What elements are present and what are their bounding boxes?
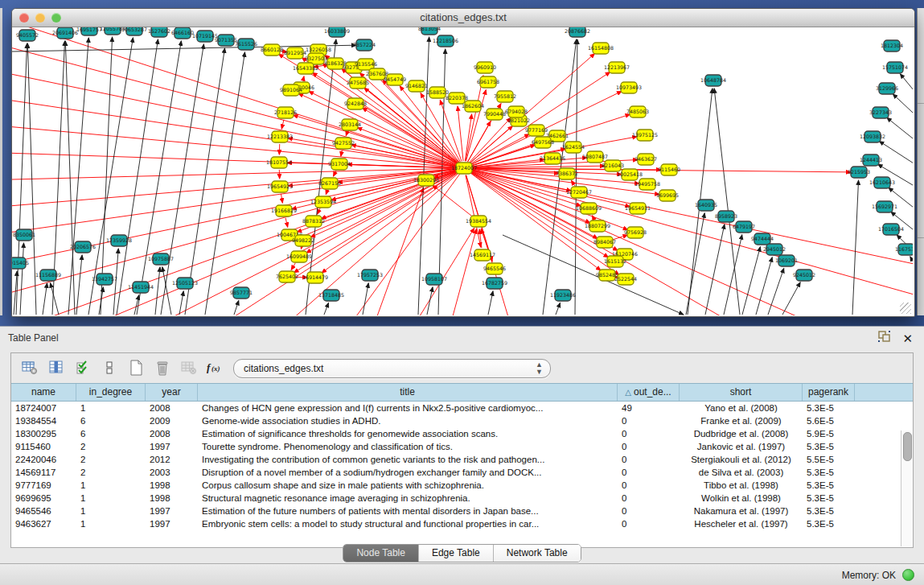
table-cell[interactable]: 1 <box>76 492 146 505</box>
graph-node[interactable]: 8216043 <box>602 160 624 171</box>
citation-edge-black[interactable] <box>503 235 684 315</box>
table-cell[interactable]: 0 <box>618 414 680 427</box>
row-height-icon[interactable] <box>99 359 120 377</box>
graph-node[interactable]: 8813054 <box>418 27 441 35</box>
citation-edge-black[interactable] <box>742 247 760 315</box>
citation-edge-black[interactable] <box>51 283 59 315</box>
table-cell[interactable]: Franke et al. (2009) <box>680 414 803 427</box>
graph-node[interactable]: 17957253 <box>357 270 383 281</box>
graph-node[interactable]: 2718126 <box>274 107 297 118</box>
citation-edge-black[interactable] <box>887 117 913 148</box>
table-cell[interactable]: Wolkin et al. (1998) <box>680 492 803 505</box>
resize-grip[interactable] <box>900 303 911 314</box>
table-cell[interactable]: 2 <box>76 440 146 453</box>
network-canvas[interactable]: 9405572206914061695175712055784106532871… <box>12 27 913 315</box>
table-cell[interactable]: 0 <box>618 505 680 517</box>
citation-edge-black[interactable] <box>705 225 725 315</box>
graph-node[interactable]: 3129966 <box>876 83 898 94</box>
tab-edge-table[interactable]: Edge Table <box>419 545 494 562</box>
table-cell[interactable]: 9115460 <box>11 440 76 453</box>
table-cell[interactable]: 5.9E-5 <box>803 427 855 440</box>
graph-node[interactable]: 17359928 <box>106 235 132 246</box>
table-cell[interactable]: 0 <box>618 440 680 453</box>
graph-node[interactable]: 16914479 <box>302 272 328 283</box>
graph-node[interactable]: 7990448 <box>483 109 506 120</box>
table-row[interactable]: 946554611997Estimation of the future num… <box>11 505 913 517</box>
table-cell[interactable]: 18300295 <box>11 427 76 440</box>
graph-node[interactable]: 18807299 <box>585 220 610 232</box>
table-cell[interactable]: 1997 <box>146 440 198 453</box>
delete-table-icon[interactable] <box>179 359 199 377</box>
graph-node[interactable]: 17016504 <box>878 224 904 235</box>
graph-node[interactable]: 2945012 <box>763 244 786 255</box>
graph-node[interactable]: 1615132 <box>604 256 626 267</box>
table-settings-icon[interactable] <box>19 359 40 377</box>
table-cell[interactable]: 0 <box>618 492 680 505</box>
citation-edge-black[interactable] <box>43 283 47 315</box>
table-cell[interactable]: 0 <box>618 453 680 466</box>
table-cell[interactable]: 2003 <box>146 466 198 479</box>
graph-node[interactable]: 11923486 <box>550 290 576 301</box>
table-cell[interactable]: 6 <box>76 414 146 427</box>
citation-edge-red[interactable] <box>291 263 295 270</box>
graph-node[interactable]: 6479197 <box>733 221 755 233</box>
table-row[interactable]: 969969511998Structural magnetic resonanc… <box>11 492 913 505</box>
graph-node[interactable]: 12218506 <box>433 35 458 47</box>
citation-edge-black[interactable] <box>185 48 225 315</box>
graph-node[interactable]: 1167533 <box>895 244 913 255</box>
citation-edge-black[interactable] <box>900 74 913 104</box>
graph-node[interactable]: 15692971 <box>872 201 897 212</box>
table-cell[interactable]: 1998 <box>146 492 198 505</box>
graph-node[interactable]: 8984067 <box>593 237 616 248</box>
citation-edge-black[interactable] <box>782 282 800 315</box>
graph-node[interactable]: 1244413 <box>860 154 882 166</box>
citation-edge-red[interactable] <box>351 145 457 167</box>
citation-edge-black[interactable] <box>234 300 239 315</box>
graph-node[interactable]: 19384554 <box>466 216 491 227</box>
table-cell[interactable]: 2008 <box>146 402 198 414</box>
citation-edge-black[interactable] <box>161 44 203 315</box>
table-row[interactable]: 1872400712008Changes of HCN gene express… <box>11 402 913 414</box>
graph-node[interactable]: 9777169 <box>525 125 548 136</box>
graph-node[interactable]: 10653287 <box>121 27 147 35</box>
citation-edge-red[interactable] <box>414 228 474 315</box>
graph-node[interactable]: 9427552 <box>332 138 355 149</box>
table-cell[interactable]: 5.3E-5 <box>803 492 855 505</box>
table-row[interactable]: 2242004622012Investigating the contribut… <box>11 453 913 466</box>
graph-node[interactable]: 15751074 <box>882 62 908 73</box>
table-cell[interactable]: Yano et al. (2008) <box>680 402 803 414</box>
column-header-out_de[interactable]: △out_de... <box>618 384 680 401</box>
close-panel-icon[interactable]: ✕ <box>902 332 913 344</box>
graph-node[interactable]: 8454749 <box>384 74 406 85</box>
table-cell[interactable]: 2 <box>76 466 146 479</box>
graph-node[interactable]: 18107554 <box>266 157 292 168</box>
graph-node[interactable]: 9317004 <box>328 159 351 170</box>
table-cell[interactable]: 0 <box>618 427 680 440</box>
graph-node[interactable]: 9245012 <box>793 270 815 281</box>
citation-edge-black[interactable] <box>179 291 183 315</box>
citation-edge-red[interactable] <box>469 117 511 163</box>
citation-edge-black[interactable] <box>20 243 23 315</box>
collapsed-right-panel-edge[interactable] <box>917 8 924 315</box>
table-row[interactable]: 1938455462009Genome-wide association stu… <box>11 414 913 427</box>
table-cell[interactable]: Jankovic et al. (1997) <box>680 440 803 453</box>
new-column-icon[interactable] <box>125 359 146 377</box>
graph-node[interactable]: 9857771 <box>230 287 253 299</box>
memory-ok-indicator[interactable] <box>902 569 914 581</box>
graph-node[interactable]: 2475685 <box>347 77 369 89</box>
graph-node[interactable]: 1527602 <box>148 27 170 37</box>
column-header-in_degree[interactable]: in_degree <box>76 384 146 401</box>
table-cell[interactable]: Estimation of the future numbers of pati… <box>198 505 618 517</box>
graph-node[interactable]: 10688609 <box>576 203 602 214</box>
graph-node[interactable]: 10025418 <box>617 169 643 180</box>
table-cell[interactable]: Stergiakouli et al. (2012) <box>680 453 803 466</box>
graph-node[interactable]: 7955812 <box>494 91 516 102</box>
table-row[interactable]: 1456911722003Disruption of a novel membe… <box>11 466 913 479</box>
citation-edge-black[interactable] <box>137 41 181 315</box>
citation-edge-red[interactable] <box>326 191 327 195</box>
delete-column-icon[interactable] <box>152 359 173 377</box>
citation-edge-red[interactable] <box>285 218 288 227</box>
citation-edge-black[interactable] <box>99 287 103 315</box>
citation-edge-black[interactable] <box>68 38 88 315</box>
graph-node[interactable]: 7615526 <box>235 39 257 50</box>
